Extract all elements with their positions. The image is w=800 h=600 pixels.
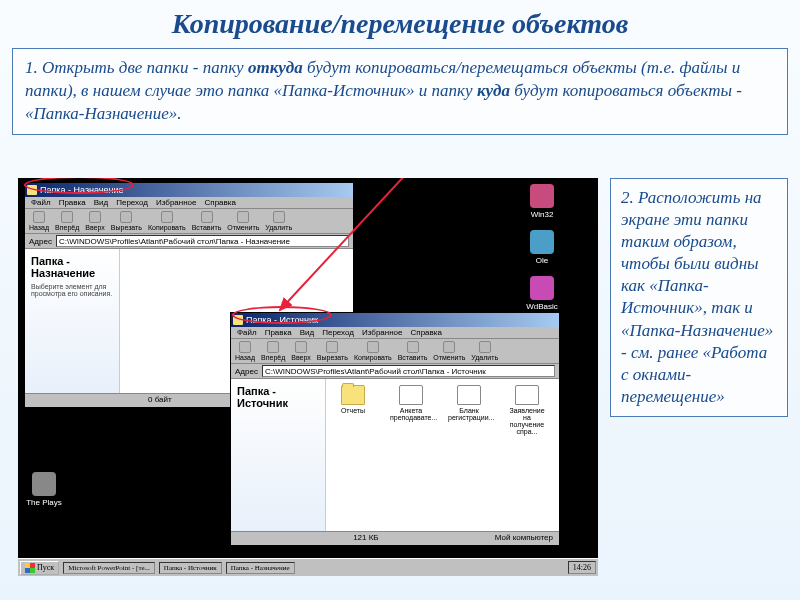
file-label: Анкета преподавате...: [390, 407, 432, 421]
folder-heading: Папка - Назначение: [31, 255, 113, 279]
menu-file[interactable]: Файл: [31, 198, 51, 207]
desktop-icon-win32[interactable]: Win32: [522, 184, 562, 219]
titlebar-source[interactable]: Папка - Источник: [231, 313, 559, 327]
address-label: Адрес: [235, 367, 258, 376]
desktop-icon-label: Win32: [522, 210, 562, 219]
tb-delete[interactable]: Удалить: [471, 341, 498, 361]
desktop-icon-label: Ole: [522, 256, 562, 265]
desktop-icon-theplays[interactable]: The Plays: [24, 472, 64, 507]
desktop-icon-ole[interactable]: Ole: [522, 230, 562, 265]
tb-up[interactable]: Вверх: [291, 341, 311, 361]
tb-label: Вверх: [85, 224, 105, 231]
windows-logo-icon: [25, 563, 35, 573]
address-bar: Адрес: [231, 364, 559, 379]
tb-up[interactable]: Вверх: [85, 211, 105, 231]
tb-cut[interactable]: Вырезать: [111, 211, 142, 231]
menubar[interactable]: Файл Правка Вид Переход Избранное Справк…: [231, 327, 559, 339]
desktop-screenshot: Win32 Ole WdBasic The Plays Папка - Назн…: [18, 178, 598, 576]
menu-go[interactable]: Переход: [116, 198, 148, 207]
start-button[interactable]: Пуск: [20, 561, 59, 575]
file-label: Отчеты: [332, 407, 374, 414]
tb-undo[interactable]: Отменить: [227, 211, 259, 231]
tb-delete[interactable]: Удалить: [265, 211, 292, 231]
file-item[interactable]: Бланк регистрации...: [448, 385, 490, 435]
taskbar-item-destination[interactable]: Папка - Назначение: [226, 562, 295, 574]
folder-icon: [233, 315, 243, 325]
desktop-icon-label: WdBasic: [522, 302, 562, 311]
menu-help[interactable]: Справка: [205, 198, 236, 207]
content-area: Папка - Источник Отчеты Анкета преподава…: [231, 379, 559, 531]
tb-cut[interactable]: Вырезать: [317, 341, 348, 361]
titlebar-destination[interactable]: Папка - Назначение: [25, 183, 353, 197]
tb-label: Вырезать: [317, 354, 348, 361]
address-input[interactable]: [56, 235, 349, 247]
tb-label: Удалить: [471, 354, 498, 361]
folder-item[interactable]: Отчеты: [332, 385, 374, 435]
address-input[interactable]: [262, 365, 555, 377]
tb-forward[interactable]: Вперёд: [261, 341, 285, 361]
desktop-icon-label: The Plays: [24, 498, 64, 507]
tb-label: Копировать: [354, 354, 392, 361]
menu-edit[interactable]: Правка: [59, 198, 86, 207]
menu-view[interactable]: Вид: [94, 198, 108, 207]
tb-label: Вставить: [398, 354, 428, 361]
tb-copy[interactable]: Копировать: [354, 341, 392, 361]
tb-label: Копировать: [148, 224, 186, 231]
menu-edit[interactable]: Правка: [265, 328, 292, 337]
status-right: Мой компьютер: [495, 533, 553, 544]
tb-paste[interactable]: Вставить: [192, 211, 222, 231]
status-mid: 121 КБ: [353, 533, 378, 544]
step1-keyword-2: куда: [477, 81, 510, 100]
tb-label: Назад: [235, 354, 255, 361]
tb-back[interactable]: Назад: [29, 211, 49, 231]
tb-label: Удалить: [265, 224, 292, 231]
menu-favorites[interactable]: Избранное: [362, 328, 403, 337]
toolbar: Назад Вперёд Вверх Вырезать Копировать В…: [231, 339, 559, 364]
file-list[interactable]: Отчеты Анкета преподавате... Бланк регис…: [326, 379, 559, 531]
folder-heading: Папка - Источник: [237, 385, 319, 409]
step1-text-a: 1. Открыть две папки - папку: [25, 58, 248, 77]
menu-view[interactable]: Вид: [300, 328, 314, 337]
step1-keyword-1: откуда: [248, 58, 303, 77]
file-label: Бланк регистрации...: [448, 407, 490, 421]
menu-favorites[interactable]: Избранное: [156, 198, 197, 207]
tb-label: Назад: [29, 224, 49, 231]
window-source[interactable]: Папка - Источник Файл Правка Вид Переход…: [230, 312, 560, 540]
desktop-icon-wdbasic[interactable]: WdBasic: [522, 276, 562, 311]
folder-icon: [27, 185, 37, 195]
tb-label: Отменить: [227, 224, 259, 231]
tb-copy[interactable]: Копировать: [148, 211, 186, 231]
statusbar: 121 КБ Мой компьютер: [231, 531, 559, 545]
toolbar: Назад Вперёд Вверх Вырезать Копировать В…: [25, 209, 353, 234]
tb-forward[interactable]: Вперёд: [55, 211, 79, 231]
system-tray-clock: 14:26: [568, 561, 596, 574]
tb-paste[interactable]: Вставить: [398, 341, 428, 361]
file-item[interactable]: Анкета преподавате...: [390, 385, 432, 435]
file-item[interactable]: Заявление на получение спра...: [506, 385, 548, 435]
tb-label: Вставить: [192, 224, 222, 231]
tb-undo[interactable]: Отменить: [433, 341, 465, 361]
tb-label: Вперёд: [261, 354, 285, 361]
window-title: Папка - Источник: [246, 315, 318, 325]
address-label: Адрес: [29, 237, 52, 246]
slide-title: Копирование/перемещение объектов: [0, 0, 800, 44]
taskbar-item-source[interactable]: Папка - Источник: [159, 562, 222, 574]
tb-back[interactable]: Назад: [235, 341, 255, 361]
menu-go[interactable]: Переход: [322, 328, 354, 337]
taskbar-item-powerpoint[interactable]: Microsoft PowerPoint - [те...: [63, 562, 155, 574]
tb-label: Вперёд: [55, 224, 79, 231]
address-bar: Адрес: [25, 234, 353, 249]
left-panel: Папка - Источник: [231, 379, 326, 531]
taskbar: Пуск Microsoft PowerPoint - [те... Папка…: [18, 558, 598, 576]
step1-instructions: 1. Открыть две папки - папку откуда буду…: [12, 48, 788, 135]
window-title: Папка - Назначение: [40, 185, 124, 195]
step2-instructions: 2. Расположить на экране эти папки таким…: [610, 178, 788, 417]
menu-file[interactable]: Файл: [237, 328, 257, 337]
tb-label: Отменить: [433, 354, 465, 361]
menu-help[interactable]: Справка: [411, 328, 442, 337]
status-mid: 0 байт: [148, 395, 172, 406]
tb-label: Вверх: [291, 354, 311, 361]
left-panel: Папка - Назначение Выберите элемент для …: [25, 249, 120, 393]
menubar[interactable]: Файл Правка Вид Переход Избранное Справк…: [25, 197, 353, 209]
tb-label: Вырезать: [111, 224, 142, 231]
